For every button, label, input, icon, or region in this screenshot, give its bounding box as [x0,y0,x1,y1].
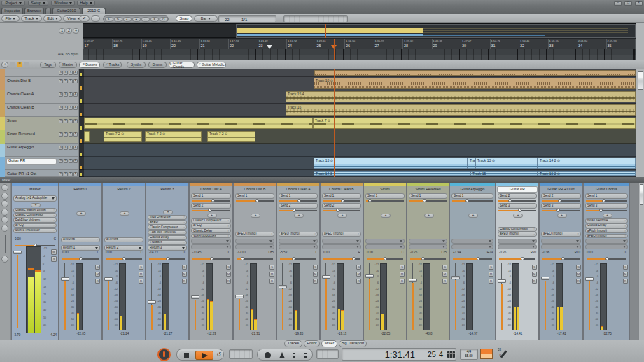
strip-name[interactable]: Strum [365,186,405,193]
stop-button[interactable] [179,351,195,360]
io-select[interactable] [322,239,361,244]
power-button[interactable] [158,348,171,361]
plugin-bypass-icon[interactable]: ◦ [184,241,185,244]
fader-s-button[interactable]: S [400,265,405,270]
track-s-button[interactable]: S [59,92,63,97]
track-a-button[interactable]: A [74,159,78,163]
io-select[interactable] [191,244,231,249]
strip-name[interactable]: Master [13,186,57,193]
track-content[interactable]: Track 14 3Track 15Track 15 2 ⊙ [84,170,636,177]
track-s-button[interactable]: S [59,146,63,150]
io-select[interactable] [235,244,274,249]
track-a-button[interactable]: A [74,146,78,150]
send-button[interactable]: Send 3 [498,203,537,209]
plugin-slot[interactable]: aPEQ◦ [13,223,57,228]
pan-knob[interactable] [421,257,425,260]
fader-m-button[interactable]: M [442,272,447,277]
pan-knob[interactable] [606,257,609,260]
send-button[interactable]: Send 1 [409,193,447,199]
plugin-bypass-icon[interactable]: ◦ [184,231,185,234]
io-select[interactable] [541,239,581,244]
track-name[interactable]: Chords Clean A [7,92,56,97]
send-knob[interactable] [465,199,469,202]
track-m-button[interactable]: M [64,119,68,123]
fader-s-button[interactable]: S [532,265,537,270]
view-tab-tracks[interactable]: Tracks [284,340,302,347]
add-plugin-button[interactable]: + [468,214,478,218]
plugin-bypass-icon[interactable]: ◦ [272,232,272,235]
fader-m-button[interactable]: M [400,272,405,277]
arrangement-overview[interactable] [83,23,636,38]
add-plugin-button[interactable]: + [76,211,86,216]
plugin-slot[interactable]: FabFilter Volcano◦ [13,218,57,223]
fader-handle[interactable] [13,251,22,254]
send-button[interactable]: Send 2 [541,193,581,199]
track-a-button[interactable]: A [74,172,78,176]
track-header[interactable]: Chords Dist BSMRA [0,77,79,90]
plugin-slot[interactable]: aReverb◦ [61,237,100,242]
io-select[interactable] [451,239,493,244]
fader-r-button[interactable]: R [270,279,274,284]
plugin-slot[interactable]: Classic Compressor◦ [498,227,537,232]
track-content[interactable] [84,69,636,77]
tag-pill-tags[interactable]: Tags [40,62,56,68]
io-select[interactable] [365,239,405,244]
fader-m-button[interactable]: M [270,272,274,277]
track-name[interactable]: Guitar Arpeggio [7,146,56,151]
view-tab-mixer[interactable]: Mixer [321,340,337,347]
plugin-bypass-icon[interactable]: ◦ [228,235,229,237]
fader-s-button[interactable]: S [270,265,274,270]
plugin-slot[interactable]: aPEQ (mono)◦ [322,232,361,237]
tab-browser[interactable]: Browser [24,8,44,14]
send-button[interactable]: Send 1 [585,193,628,199]
add-plugin-button[interactable]: + [120,211,130,216]
fader-r-button[interactable]: R [182,279,187,284]
add-plugin-button[interactable]: + [381,214,391,218]
track-s-button[interactable]: S [59,172,63,176]
send-knob[interactable] [211,199,215,202]
punch-button-1[interactable] [290,351,298,360]
send-knob[interactable] [508,199,512,202]
strip-name[interactable]: Chords Clean B [321,186,362,193]
add-plugin-button[interactable]: + [251,214,260,218]
audio-clip[interactable] [84,118,313,129]
track-m-button[interactable]: M [64,172,68,176]
fader-m-button[interactable]: M [623,272,628,277]
send-button[interactable]: Send 2 [322,203,361,209]
fader-s-button[interactable]: S [442,265,447,270]
track-name[interactable]: Guitar PR +1 Oct [7,172,56,177]
send-knob[interactable] [602,199,606,202]
fader-r-button[interactable]: R [532,279,537,284]
plugin-bypass-icon[interactable]: ◦ [625,235,626,237]
plugin-bypass-icon[interactable]: ◦ [534,233,535,236]
track-content[interactable]: Track 7 ⊙ [84,117,636,130]
pan-knob[interactable] [384,257,387,260]
io-select[interactable] [451,244,493,249]
tab-small[interactable] [46,8,51,14]
metronome-button[interactable] [276,351,288,360]
fader-r-button[interactable]: R [313,279,318,284]
plugin-bypass-icon[interactable]: ◦ [578,232,579,235]
tag-toggle-2[interactable] [24,62,29,67]
track-r-button[interactable]: R [69,106,73,110]
strip-name[interactable]: Chords Clean A [278,186,318,193]
plugin-slot[interactable]: Classic Master Limiter◦ [13,208,57,213]
plugin-bypass-icon[interactable]: ◦ [184,221,185,224]
send-knob[interactable] [423,199,426,202]
send-button[interactable]: Send 3 [585,203,628,209]
tool-button-6[interactable]: ↺ [160,17,168,22]
fader-s-button[interactable]: S [576,265,581,270]
track-header[interactable]: Strum ReversedSMRA [0,130,79,144]
io-select[interactable] [498,239,537,244]
toolbar-field[interactable] [284,15,348,22]
strip-name[interactable]: Chords Dist B [234,186,275,193]
plugin-bypass-icon[interactable]: ◦ [315,232,316,235]
send-button[interactable]: Send 1 [451,193,493,199]
fader-m-button[interactable]: M [576,272,581,277]
track-m-button[interactable]: M [64,92,68,97]
plugin-slot[interactable]: Classic Compressor◦ [13,213,57,218]
menu-help[interactable]: Help [77,1,95,6]
audio-clip[interactable]: Track 14 2 ⊙ [538,158,636,169]
io-select[interactable] [279,244,318,249]
mixer-util-button-0[interactable] [1,184,8,191]
